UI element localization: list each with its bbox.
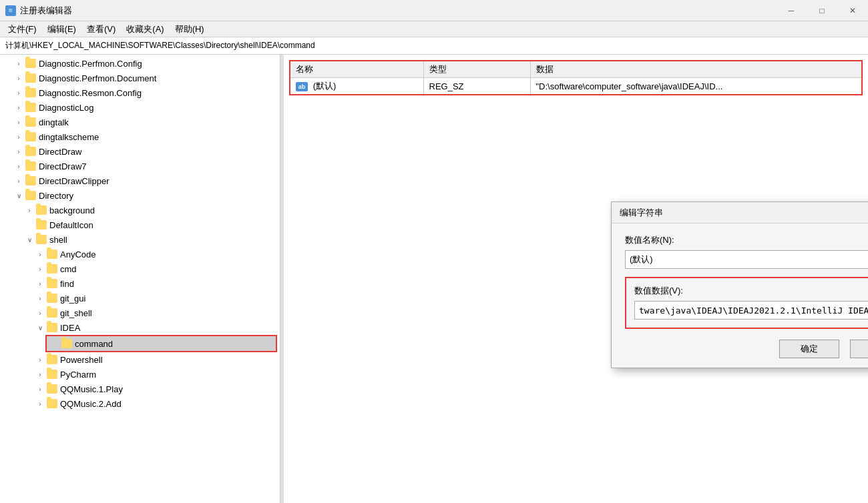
- expand-icon: ›: [13, 131, 24, 142]
- tree-item-dingtalkscheme[interactable]: › dingtalkscheme: [0, 129, 280, 144]
- expand-icon: ∨: [24, 234, 35, 245]
- dialog-data-input[interactable]: [634, 301, 868, 320]
- dialog-confirm-button[interactable]: 确定: [779, 340, 839, 358]
- tree-item-directory[interactable]: ∨ Directory: [0, 188, 280, 203]
- folder-icon: [36, 235, 47, 244]
- expand-icon: ›: [13, 117, 24, 127]
- table-row[interactable]: ab (默认) REG_SZ "D:\software\computer_sof…: [290, 78, 862, 95]
- folder-icon: [25, 59, 36, 68]
- expand-icon: ›: [13, 161, 24, 171]
- menu-help[interactable]: 帮助(H): [170, 22, 210, 37]
- tree-item-directdrawclipper[interactable]: › DirectDrawClipper: [0, 173, 280, 188]
- expand-icon: ›: [35, 278, 45, 289]
- expand-icon: ∨: [35, 322, 45, 333]
- minimize-button[interactable]: ─: [776, 0, 807, 21]
- tree-item-pycharm[interactable]: › PyCharm: [0, 367, 280, 382]
- dialog-data-label: 数值数据(V):: [634, 285, 868, 297]
- tree-item-idea[interactable]: ∨ IDEA: [0, 320, 280, 335]
- folder-icon: [47, 308, 57, 318]
- tree-item-git-shell[interactable]: › git_shell: [0, 306, 280, 320]
- folder-icon: [47, 264, 57, 274]
- tree-label: Diagnostic.Perfmon.Config: [39, 59, 142, 69]
- reg-name-cell: ab (默认): [290, 78, 423, 95]
- dialog-value-box: 数值数据(V):: [625, 277, 868, 329]
- tree-item-shell[interactable]: ∨ shell: [0, 232, 280, 247]
- tree-label: DirectDraw: [39, 147, 81, 157]
- reg-data-cell: "D:\software\computer_software\java\IDEA…: [530, 78, 862, 95]
- tree-item-powershell[interactable]: › Powershell: [0, 352, 280, 367]
- tree-label: git_gui: [60, 294, 85, 304]
- dialog-title: 编辑字符串: [620, 207, 663, 219]
- folder-icon: [25, 191, 36, 200]
- main-area: › Diagnostic.Perfmon.Config › Diagnostic…: [0, 55, 868, 503]
- tree-item-diagnosticlog[interactable]: › DiagnosticLog: [0, 100, 280, 115]
- tree-label: DiagnosticLog: [39, 103, 93, 113]
- folder-icon: [47, 370, 57, 379]
- folder-icon: [47, 279, 57, 288]
- tree-item-dingtalk[interactable]: › dingtalk: [0, 115, 280, 129]
- expand-icon: ›: [35, 384, 45, 394]
- folder-icon: [47, 249, 57, 259]
- close-button[interactable]: ✕: [837, 0, 868, 21]
- right-panel: 名称 类型 数据 ab (默认) REG_SZ "D:\software\com…: [284, 55, 868, 503]
- title-bar: 注册表编辑器 ─ □ ✕: [0, 0, 868, 21]
- tree-label: DirectDrawClipper: [39, 176, 109, 186]
- folder-icon: [47, 399, 57, 408]
- tree-item-diagnostic-perfmon-config[interactable]: › Diagnostic.Perfmon.Config: [0, 56, 280, 71]
- tree-item-anycode[interactable]: › AnyCode: [0, 247, 280, 262]
- tree-item-diagnostic-perfmon-document[interactable]: › Diagnostic.Perfmon.Document: [0, 71, 280, 85]
- expand-icon: [49, 338, 60, 349]
- expand-icon: ›: [13, 175, 24, 186]
- menu-edit[interactable]: 编辑(E): [42, 22, 81, 37]
- dialog-cancel-button[interactable]: 取消: [850, 340, 868, 358]
- tree-item-git-gui[interactable]: › git_gui: [0, 291, 280, 306]
- tree-item-diagnostic-resmon-config[interactable]: › Diagnostic.Resmon.Config: [0, 85, 280, 100]
- tree-label: Directory: [39, 191, 73, 201]
- expand-icon: [24, 219, 35, 230]
- folder-icon: [61, 339, 72, 348]
- edit-string-dialog: 编辑字符串 ✕ 数值名称(N): 数值数据(V): 确定 取消: [611, 201, 868, 368]
- tree-label: DefaultIcon: [49, 220, 93, 230]
- tree-item-cmd[interactable]: › cmd: [0, 262, 280, 276]
- dialog-body: 数值名称(N): 数值数据(V): 确定 取消: [612, 223, 868, 368]
- tree-item-defaulticon[interactable]: DefaultIcon: [0, 217, 280, 232]
- col-header-type: 类型: [423, 61, 530, 78]
- tree-label: shell: [49, 235, 67, 245]
- tree-item-background[interactable]: › background: [0, 203, 280, 217]
- folder-icon: [47, 355, 57, 364]
- menu-favorites[interactable]: 收藏夹(A): [121, 22, 169, 37]
- col-header-data: 数据: [530, 61, 862, 78]
- folder-icon: [25, 132, 36, 141]
- expand-icon: ›: [13, 58, 24, 69]
- tree-item-find[interactable]: › find: [0, 276, 280, 291]
- menu-file[interactable]: 文件(F): [3, 22, 42, 37]
- dialog-title-bar: 编辑字符串 ✕: [612, 202, 868, 223]
- expand-icon: ›: [13, 146, 24, 157]
- folder-icon: [47, 323, 57, 332]
- reg-type-cell: REG_SZ: [423, 78, 530, 95]
- tree-item-directdraw7[interactable]: › DirectDraw7: [0, 159, 280, 173]
- folder-icon: [25, 73, 36, 83]
- maximize-button[interactable]: □: [807, 0, 837, 21]
- expand-icon: ›: [35, 293, 45, 304]
- expand-icon: ∨: [13, 190, 24, 201]
- tree-item-qqmusic1[interactable]: › QQMusic.1.Play: [0, 382, 280, 396]
- folder-icon: [25, 117, 36, 127]
- dialog-name-input[interactable]: [625, 250, 868, 269]
- folder-icon: [25, 103, 36, 112]
- dialog-buttons: 确定 取消: [625, 340, 868, 358]
- tree-item-command[interactable]: command: [47, 336, 276, 351]
- tree-label: dingtalk: [39, 117, 69, 127]
- menu-view[interactable]: 查看(V): [81, 22, 121, 37]
- folder-icon: [25, 147, 36, 156]
- expand-icon: ›: [35, 308, 45, 318]
- tree-item-qqmusic2[interactable]: › QQMusic.2.Add: [0, 396, 280, 411]
- tree-item-directdraw[interactable]: › DirectDraw: [0, 144, 280, 159]
- tree-panel[interactable]: › Diagnostic.Perfmon.Config › Diagnostic…: [0, 55, 280, 503]
- address-path: 计算机\HKEY_LOCAL_MACHINE\SOFTWARE\Classes\…: [5, 40, 315, 51]
- folder-icon: [47, 294, 57, 303]
- expand-icon: ›: [35, 249, 45, 260]
- command-highlight-box: command: [45, 335, 277, 352]
- dialog-name-label: 数值名称(N):: [625, 234, 868, 246]
- expand-icon: ›: [13, 73, 24, 83]
